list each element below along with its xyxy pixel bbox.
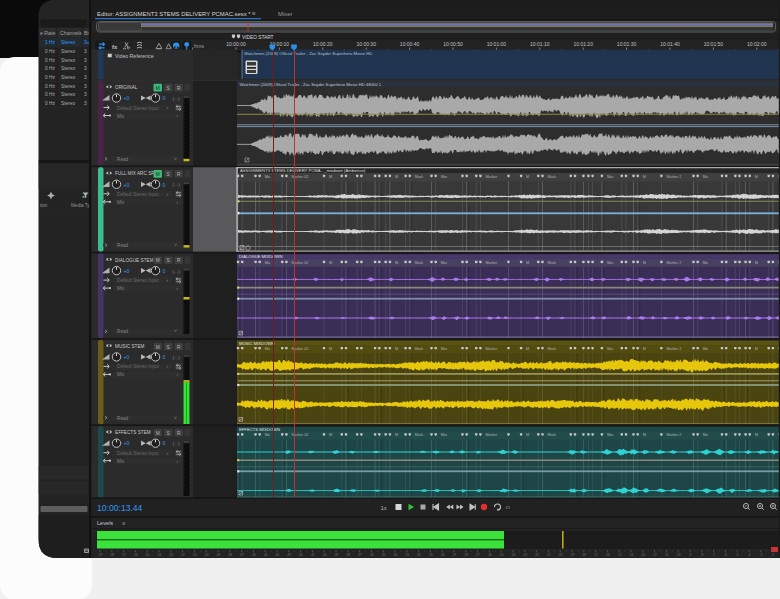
svg-text:Default Stereo Input: Default Stereo Input [117, 451, 159, 456]
svg-text:-57: -57 [121, 553, 126, 557]
svg-text:DIALOGUE STEM: DIALOGUE STEM [115, 258, 154, 263]
svg-text:Stereo: Stereo [61, 92, 75, 97]
svg-text:M: M [395, 175, 398, 179]
svg-text:S: S [167, 345, 170, 350]
svg-text:0: 0 [163, 182, 166, 188]
svg-text:S: S [167, 86, 170, 91]
svg-text:Stereo: Stereo [61, 84, 75, 89]
svg-text:-8: -8 [700, 553, 703, 557]
svg-text:10:01:10: 10:01:10 [530, 41, 550, 47]
svg-text:Mar: Mar [441, 175, 448, 179]
svg-text:-9: -9 [689, 553, 692, 557]
svg-text:3: 3 [84, 75, 87, 80]
svg-text:(↔): (↔) [173, 96, 181, 101]
svg-text:3: 3 [84, 84, 87, 89]
svg-text:Mar: Mar [441, 261, 448, 265]
svg-text:(↔): (↔) [173, 441, 181, 446]
svg-text:-35: -35 [381, 553, 386, 557]
svg-text:Marker 2: Marker 2 [666, 433, 681, 437]
svg-text:-18: -18 [581, 553, 586, 557]
svg-text:R: R [177, 258, 181, 263]
svg-text:M: M [526, 433, 529, 437]
svg-text:M: M [643, 261, 646, 265]
svg-text:Channels: Channels [60, 30, 82, 36]
svg-text:R: R [177, 172, 181, 177]
svg-text:-32: -32 [416, 553, 421, 557]
svg-text:0: 0 [163, 95, 166, 101]
svg-text:-12: -12 [652, 553, 657, 557]
svg-text:-15: -15 [617, 553, 622, 557]
svg-text:Marker 02: Marker 02 [291, 175, 308, 179]
svg-text:-40: -40 [322, 553, 327, 557]
svg-text:Mixer: Mixer [278, 11, 292, 17]
svg-text:3: 3 [84, 49, 87, 54]
svg-text:-26: -26 [487, 553, 492, 557]
svg-text:-58: -58 [109, 553, 114, 557]
svg-text:M: M [643, 347, 646, 351]
svg-text:Stereo: Stereo [61, 58, 75, 63]
svg-text:Stereo: Stereo [61, 49, 75, 54]
svg-text:M: M [643, 433, 646, 437]
svg-text:≡: ≡ [122, 520, 125, 526]
svg-text:10:00:50: 10:00:50 [443, 41, 463, 47]
svg-text:Stereo: Stereo [61, 66, 75, 71]
svg-text:10:01:40: 10:01:40 [660, 41, 680, 47]
svg-text:Mark: Mark [548, 347, 557, 351]
svg-text:-7: -7 [712, 553, 715, 557]
svg-text:Default Stereo Input: Default Stereo Input [117, 106, 159, 111]
svg-text:-55: -55 [145, 553, 150, 557]
svg-text:-29: -29 [452, 553, 457, 557]
svg-text:Read: Read [117, 329, 129, 334]
svg-text:M: M [329, 433, 332, 437]
svg-text:Mark: Mark [415, 347, 424, 351]
svg-text:-3: -3 [759, 553, 762, 557]
svg-text:-37: -37 [357, 553, 362, 557]
svg-text:Marker: Marker [485, 433, 498, 437]
svg-text:Read: Read [117, 416, 129, 421]
svg-text:M: M [156, 172, 160, 177]
svg-text:0 Hz: 0 Hz [45, 75, 55, 80]
svg-text:Marker 02: Marker 02 [291, 433, 308, 437]
svg-text:M: M [755, 261, 758, 265]
svg-text:-31: -31 [428, 553, 433, 557]
svg-text:-30: -30 [440, 553, 445, 557]
svg-text:Marker 02: Marker 02 [291, 347, 308, 351]
svg-text:˅: ˅ [174, 415, 177, 421]
svg-text:-21: -21 [546, 553, 551, 557]
svg-text:M: M [395, 433, 398, 437]
svg-text:Marker: Marker [485, 175, 498, 179]
svg-text:Watchmen (2009) Official Trail: Watchmen (2009) Official Trailer - Zac S… [244, 51, 372, 56]
svg-text:VIDEO START: VIDEO START [242, 35, 274, 40]
svg-text:-2: -2 [771, 553, 774, 557]
svg-text:M: M [755, 433, 758, 437]
svg-text:10:00:20: 10:00:20 [313, 41, 333, 47]
svg-text:Mix: Mix [117, 114, 125, 119]
svg-text:Mar: Mar [441, 433, 448, 437]
svg-text:Marker: Marker [485, 347, 498, 351]
svg-text:MUSIC STEM: MUSIC STEM [115, 344, 145, 349]
svg-text:3: 3 [84, 66, 87, 71]
svg-text:0 Hz: 0 Hz [45, 92, 55, 97]
svg-text:Marker 2: Marker 2 [666, 175, 681, 179]
svg-text:-52: -52 [180, 553, 185, 557]
svg-text:Mark: Mark [548, 261, 557, 265]
svg-text:M: M [755, 175, 758, 179]
svg-text:Marker 2: Marker 2 [666, 347, 681, 351]
svg-text:M: M [526, 261, 529, 265]
svg-text:3: 3 [84, 101, 87, 106]
svg-text:-6: -6 [724, 553, 727, 557]
svg-text:Ma: Ma [703, 175, 709, 179]
svg-text:-42: -42 [298, 553, 303, 557]
svg-text:Mar: Mar [607, 175, 614, 179]
svg-text:Mark: Mark [548, 175, 557, 179]
svg-text:+0: +0 [124, 268, 130, 274]
svg-text:-38: -38 [345, 553, 350, 557]
svg-text:DIALOGUE MIXDOWN: DIALOGUE MIXDOWN [239, 254, 283, 259]
svg-text:Read: Read [117, 243, 129, 248]
svg-text:‹›: ‹› [506, 504, 510, 511]
svg-text:˅: ˅ [174, 242, 177, 248]
svg-text:Stereo: Stereo [61, 101, 75, 106]
svg-text:-22: -22 [534, 553, 539, 557]
svg-text:+0: +0 [124, 440, 130, 446]
svg-text:-45: -45 [263, 553, 268, 557]
